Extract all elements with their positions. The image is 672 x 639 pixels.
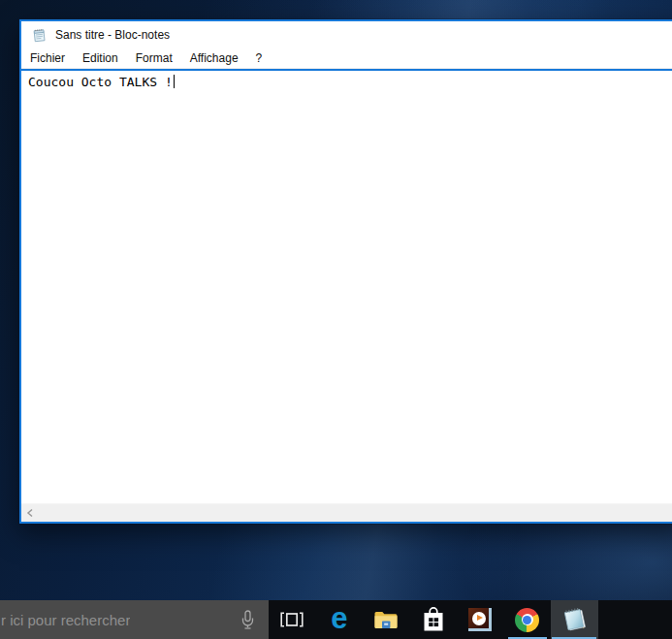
- text-editor[interactable]: Coucou Octo TALKS !: [21, 71, 672, 503]
- taskbar-button-movies-tv[interactable]: [457, 600, 504, 639]
- taskbar-button-task-view[interactable]: [269, 600, 316, 639]
- editor-text: Coucou Octo TALKS !: [28, 75, 173, 89]
- scroll-left-button[interactable]: [21, 504, 38, 522]
- notepad-titlebar-icon: [32, 27, 48, 43]
- notepad-window: Sans titre - Bloc-notes Fichier Edition …: [19, 19, 672, 524]
- taskbar-button-notepad[interactable]: [551, 600, 598, 639]
- edge-icon: e: [331, 603, 347, 633]
- window-title: Sans titre - Bloc-notes: [55, 28, 170, 42]
- menu-item-format[interactable]: Format: [127, 49, 181, 67]
- menu-item-affichage[interactable]: Affichage: [181, 49, 247, 67]
- horizontal-scrollbar[interactable]: [21, 503, 672, 522]
- taskbar: r ici pour rechercher e: [0, 600, 672, 639]
- taskbar-button-edge[interactable]: e: [316, 600, 364, 639]
- taskbar-button-file-explorer[interactable]: [363, 600, 410, 639]
- movies-tv-icon: [468, 608, 492, 631]
- chrome-icon: [515, 608, 539, 632]
- title-bar[interactable]: Sans titre - Bloc-notes: [21, 21, 672, 48]
- menu-item-help[interactable]: ?: [247, 49, 272, 67]
- taskbar-search[interactable]: r ici pour rechercher: [0, 600, 269, 639]
- microphone-icon[interactable]: [240, 610, 255, 630]
- taskbar-button-chrome[interactable]: [504, 600, 552, 639]
- notepad-icon: [560, 607, 588, 632]
- search-placeholder: r ici pour rechercher: [1, 612, 130, 628]
- menu-item-fichier[interactable]: Fichier: [21, 49, 74, 67]
- microsoft-store-icon: [422, 607, 445, 632]
- taskbar-button-store[interactable]: [410, 600, 458, 639]
- file-explorer-icon: [373, 609, 399, 630]
- text-caret: [174, 75, 175, 88]
- scroll-left-arrow-icon: [26, 508, 34, 518]
- desktop: Sans titre - Bloc-notes Fichier Edition …: [0, 0, 672, 639]
- menu-bar: Fichier Edition Format Affichage ?: [21, 48, 672, 68]
- menu-item-edition[interactable]: Edition: [74, 49, 127, 67]
- task-view-icon: [280, 611, 304, 628]
